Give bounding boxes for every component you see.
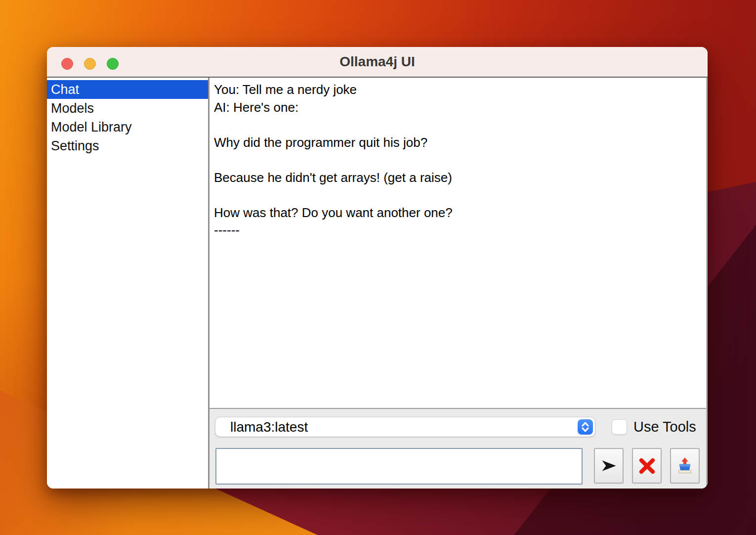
close-button[interactable]: [61, 58, 73, 70]
bottom-panel: llama3:latest Use Tools: [210, 409, 706, 489]
sidebar-item-models[interactable]: Models: [47, 99, 208, 118]
send-icon: [600, 457, 618, 475]
sidebar-item-settings[interactable]: Settings: [47, 136, 208, 155]
traffic-lights: [61, 58, 119, 70]
model-row: llama3:latest Use Tools: [215, 417, 706, 437]
chat-transcript[interactable]: You: Tell me a nerdy joke AI: Here's one…: [210, 78, 706, 409]
use-tools-label: Use Tools: [633, 419, 696, 435]
sidebar-item-chat[interactable]: Chat: [47, 80, 208, 99]
zoom-button[interactable]: [107, 58, 119, 70]
message-input[interactable]: [215, 448, 583, 485]
use-tools-checkbox[interactable]: [612, 419, 627, 435]
minimize-button[interactable]: [84, 58, 96, 70]
model-select[interactable]: llama3:latest: [215, 417, 595, 437]
chevron-up-down-icon: [578, 419, 593, 435]
upload-button[interactable]: [670, 448, 700, 484]
window-content: Chat Models Model Library Settings You: …: [47, 78, 708, 489]
app-window: Ollama4j UI Chat Models Model Library Se…: [47, 47, 708, 489]
sidebar-item-model-library[interactable]: Model Library: [47, 118, 208, 136]
clear-x-icon: [638, 457, 656, 475]
sidebar: Chat Models Model Library Settings: [47, 78, 210, 489]
upload-tray-icon: [676, 457, 694, 475]
input-row: [215, 448, 706, 485]
window-title: Ollama4j UI: [339, 54, 415, 70]
clear-button[interactable]: [632, 448, 662, 484]
send-button[interactable]: [594, 448, 624, 484]
title-bar[interactable]: Ollama4j UI: [47, 47, 708, 78]
model-select-value: llama3:latest: [230, 419, 308, 435]
main-panel: You: Tell me a nerdy joke AI: Here's one…: [210, 78, 708, 489]
